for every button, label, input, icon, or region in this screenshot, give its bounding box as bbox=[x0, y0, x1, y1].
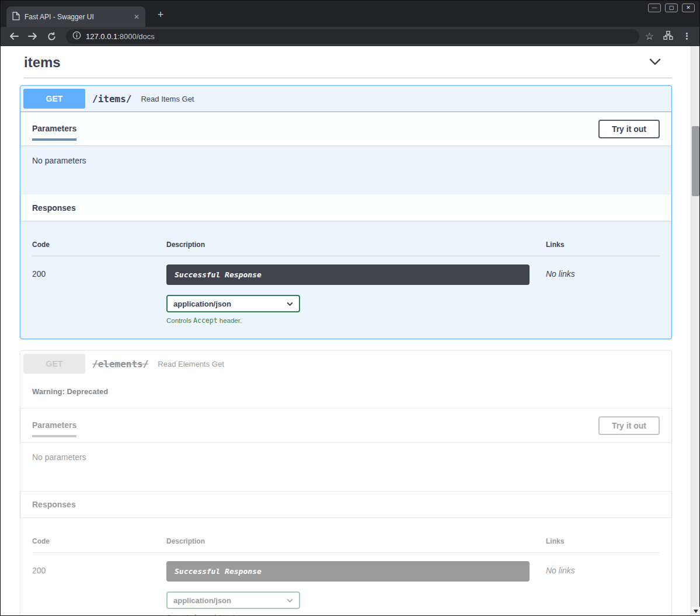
close-button[interactable]: ✕ bbox=[682, 4, 695, 12]
endpoint-summary: Read Elements Get bbox=[158, 360, 224, 368]
minimize-button[interactable]: — bbox=[648, 4, 661, 12]
accept-code: Accept bbox=[193, 316, 218, 325]
response-row: 200 Successful Response application/json… bbox=[32, 553, 660, 615]
titlebar: Fast API - Swagger UI ✕ + — ▢ ✕ bbox=[1, 1, 699, 27]
response-description-box: Successful Response bbox=[166, 265, 530, 285]
response-code: 200 bbox=[32, 265, 166, 325]
tag-section-header[interactable]: items bbox=[24, 54, 672, 78]
endpoint-path: /items/ bbox=[92, 93, 131, 105]
media-type-row: application/json Controls Accept header. bbox=[166, 295, 530, 325]
responses-header: Responses bbox=[20, 491, 671, 517]
http-method-badge: GET bbox=[23, 89, 85, 109]
forward-icon[interactable] bbox=[27, 31, 38, 41]
opblock-get-elements-deprecated: GET /elements/ Read Elements Get Warning… bbox=[20, 350, 672, 615]
parameters-tab[interactable]: Parameters bbox=[32, 413, 76, 437]
media-type-value: application/json bbox=[173, 596, 231, 605]
swagger-page: items GET /items/ Read Items Get Paramet… bbox=[1, 46, 691, 615]
try-it-out-button[interactable]: Try it out bbox=[598, 416, 660, 435]
parameters-tab[interactable]: Parameters bbox=[32, 117, 76, 141]
description-column-header: Description bbox=[166, 537, 546, 545]
code-column-header: Code bbox=[32, 537, 166, 545]
accept-code: Accept bbox=[193, 613, 218, 615]
url-path: :8000/docs bbox=[117, 32, 155, 41]
no-parameters-text: No parameters bbox=[32, 453, 86, 462]
links-column-header: Links bbox=[546, 241, 660, 249]
parameters-body: No parameters bbox=[20, 442, 671, 491]
deprecated-warning: Warning: Deprecated bbox=[20, 377, 671, 408]
opblock-summary[interactable]: GET /elements/ Read Elements Get bbox=[20, 351, 671, 377]
tab-close-icon[interactable]: ✕ bbox=[134, 13, 140, 21]
page-scrollbar[interactable] bbox=[691, 46, 699, 615]
endpoint-path: /elements/ bbox=[92, 359, 148, 370]
parameters-body: No parameters bbox=[20, 145, 671, 194]
media-type-select[interactable]: application/json bbox=[166, 591, 300, 609]
tab-title: Fast API - Swagger UI bbox=[25, 13, 130, 21]
links-column-header: Links bbox=[546, 537, 660, 545]
try-it-out-button[interactable]: Try it out bbox=[598, 120, 660, 138]
response-row: 200 Successful Response application/json… bbox=[32, 256, 660, 325]
reload-icon[interactable] bbox=[46, 31, 57, 41]
browser-window: Fast API - Swagger UI ✕ + — ▢ ✕ 127.0.0.… bbox=[0, 0, 700, 616]
browser-menu-icon[interactable]: ⋮ bbox=[682, 31, 691, 41]
no-parameters-text: No parameters bbox=[32, 156, 86, 165]
responses-table-header: Code Description Links bbox=[32, 531, 660, 553]
maximize-button[interactable]: ▢ bbox=[665, 4, 678, 12]
url-host: 127.0.0.1 bbox=[86, 32, 117, 41]
response-description-box: Successful Response bbox=[166, 561, 530, 582]
response-links: No links bbox=[546, 265, 660, 325]
opblock-get-items: GET /items/ Read Items Get Parameters Tr… bbox=[20, 85, 672, 339]
toolbar-right: ☆ ⋮ bbox=[645, 30, 691, 43]
bookmark-star-icon[interactable]: ☆ bbox=[645, 30, 654, 43]
site-info-icon[interactable] bbox=[72, 31, 81, 41]
window-controls: — ▢ ✕ bbox=[648, 4, 695, 12]
http-method-badge: GET bbox=[23, 354, 85, 374]
accept-header-note: Controls Accept header. bbox=[166, 316, 530, 325]
tag-title: items bbox=[24, 54, 61, 71]
scroll-down-arrow-icon bbox=[694, 610, 698, 613]
page-favicon-icon bbox=[12, 12, 20, 22]
media-type-value: application/json bbox=[173, 300, 231, 308]
response-description-cell: Successful Response application/json Con… bbox=[166, 561, 546, 615]
scrollbar-thumb[interactable] bbox=[692, 126, 699, 196]
new-tab-button[interactable]: + bbox=[154, 8, 168, 22]
responses-body: Code Description Links 200 Successful Re… bbox=[20, 517, 671, 615]
chevron-down-icon[interactable] bbox=[649, 57, 661, 68]
responses-header: Responses bbox=[20, 194, 671, 221]
browser-toolbar: 127.0.0.1:8000/docs ☆ ⋮ bbox=[1, 27, 699, 46]
opblock-summary[interactable]: GET /items/ Read Items Get bbox=[20, 86, 671, 112]
response-code: 200 bbox=[32, 561, 166, 615]
response-description-cell: Successful Response application/json Con… bbox=[166, 265, 546, 325]
response-links: No links bbox=[546, 561, 660, 615]
parameters-header: Parameters Try it out bbox=[20, 112, 671, 145]
responses-title: Responses bbox=[32, 203, 76, 213]
scroll-down-button[interactable] bbox=[691, 607, 700, 615]
code-column-header: Code bbox=[32, 241, 166, 249]
parameters-header: Parameters Try it out bbox=[20, 408, 671, 442]
sitemap-icon[interactable] bbox=[663, 30, 673, 43]
back-icon[interactable] bbox=[9, 31, 19, 41]
responses-table-header: Code Description Links bbox=[32, 235, 660, 256]
description-column-header: Description bbox=[166, 241, 546, 249]
address-bar[interactable]: 127.0.0.1:8000/docs bbox=[66, 29, 639, 44]
media-type-row: application/json Controls Accept header. bbox=[166, 591, 530, 615]
media-type-select[interactable]: application/json bbox=[166, 295, 300, 312]
responses-title: Responses bbox=[32, 500, 76, 509]
responses-body: Code Description Links 200 Successful Re… bbox=[20, 221, 671, 339]
accept-header-note: Controls Accept header. bbox=[166, 613, 530, 615]
endpoint-summary: Read Items Get bbox=[141, 95, 194, 103]
browser-tab[interactable]: Fast API - Swagger UI ✕ bbox=[6, 6, 145, 27]
